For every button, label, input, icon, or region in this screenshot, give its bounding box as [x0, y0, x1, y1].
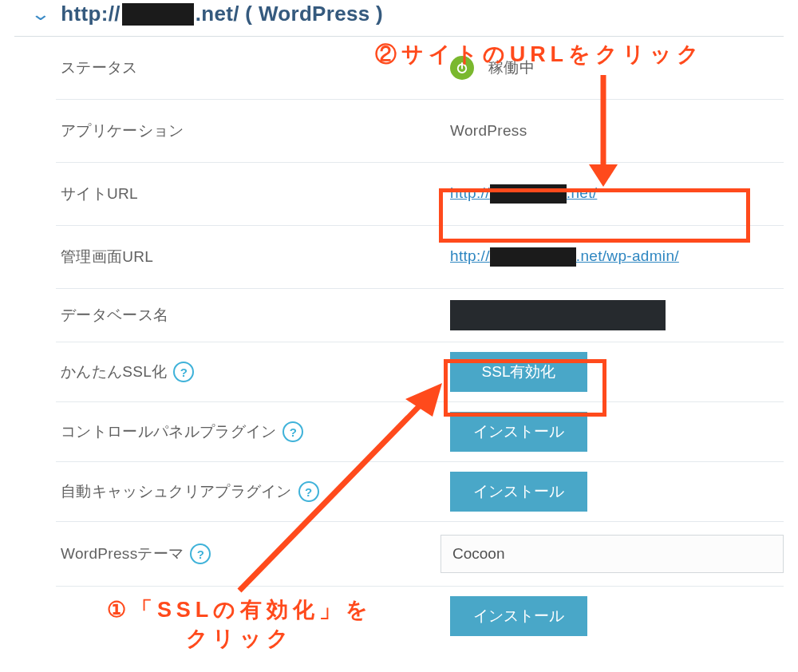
theme-install-button[interactable]: インストール — [450, 596, 587, 636]
row-cache-plugin: 自動キャッシュクリアプラグイン ? インストール — [56, 462, 784, 522]
label-admin-url: 管理画面URL — [61, 247, 450, 267]
redacted-domain — [490, 247, 576, 267]
row-site-url: サイトURL http://.net/ — [56, 163, 784, 226]
site-url-prefix: http:// — [61, 2, 120, 26]
help-icon[interactable]: ? — [190, 544, 211, 564]
label-control-plugin: コントロールパネルプラグイン — [61, 421, 276, 442]
label-cache-plugin: 自動キャッシュクリアプラグイン — [61, 481, 292, 502]
ssl-enable-button[interactable]: SSL有効化 — [450, 352, 587, 392]
site-header: ⌄ http:// .net/ ( WordPress ) — [14, 0, 784, 37]
site-url-link[interactable]: http://.net/ — [450, 184, 597, 204]
help-icon[interactable]: ? — [298, 481, 319, 502]
theme-input[interactable] — [440, 535, 784, 573]
redacted-database — [450, 300, 666, 330]
redacted-domain — [490, 184, 567, 204]
row-application: アプリケーション WordPress — [56, 100, 784, 163]
admin-url-link[interactable]: http://.net/wp-admin/ — [450, 247, 679, 267]
help-icon[interactable]: ? — [282, 421, 303, 442]
application-value: WordPress — [450, 122, 784, 140]
cache-plugin-install-button[interactable]: インストール — [450, 472, 587, 512]
row-admin-url: 管理画面URL http://.net/wp-admin/ — [56, 226, 784, 289]
annotation-bottom: ①「SSLの有効化」を クリック — [107, 595, 373, 654]
label-theme: WordPressテーマ — [61, 544, 184, 564]
label-site-url: サイトURL — [61, 184, 450, 204]
chevron-down-icon[interactable]: ⌄ — [30, 4, 51, 25]
site-title: http:// .net/ ( WordPress ) — [61, 2, 383, 26]
label-application: アプリケーション — [61, 121, 450, 141]
site-url-suffix: .net/ ( WordPress ) — [196, 2, 383, 26]
help-icon[interactable]: ? — [173, 362, 194, 382]
row-theme: WordPressテーマ ? — [56, 522, 784, 587]
redacted-domain — [122, 3, 194, 26]
label-ssl: かんたんSSL化 — [61, 362, 167, 382]
control-plugin-install-button[interactable]: インストール — [450, 412, 587, 452]
label-database: データベース名 — [61, 305, 450, 326]
annotation-top: ②サイトのURLをクリック — [375, 40, 704, 69]
row-ssl: かんたんSSL化 ? SSL有効化 — [56, 342, 784, 402]
row-database: データベース名 — [56, 289, 784, 342]
row-control-plugin: コントロールパネルプラグイン ? インストール — [56, 402, 784, 462]
